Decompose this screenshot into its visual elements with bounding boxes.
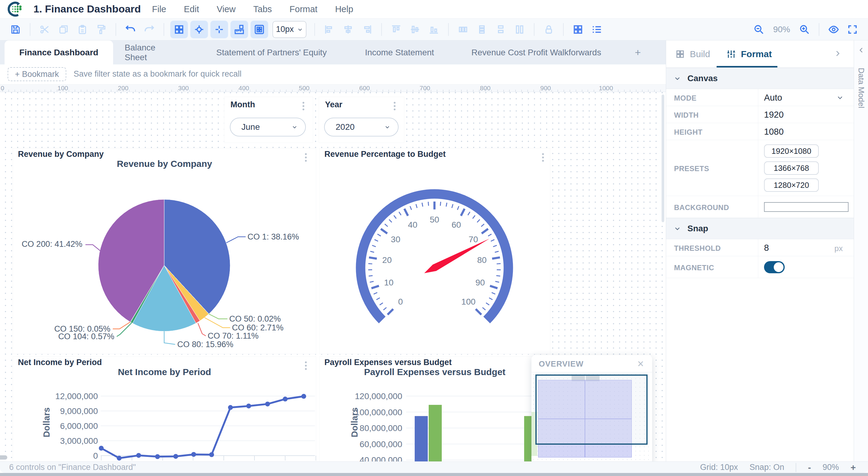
horizontal-scrollbar[interactable]: [0, 473, 868, 476]
lock-button[interactable]: [539, 20, 558, 39]
zoom-out-button[interactable]: [749, 20, 768, 39]
fullscreen-button[interactable]: [843, 20, 862, 39]
align-left-button[interactable]: [320, 20, 339, 39]
cut-button[interactable]: [35, 20, 54, 39]
undo-button[interactable]: [121, 20, 140, 39]
tab-balance-sheet[interactable]: Balance Sheet: [125, 40, 180, 64]
menu-view[interactable]: View: [217, 4, 236, 14]
ruler-tick: [612, 90, 612, 92]
snap-section-title: Snap: [687, 224, 708, 233]
status-snap: Snap: On: [749, 463, 784, 472]
tab-income-statement[interactable]: Income Statement: [365, 40, 434, 64]
tab-statement-of-partners-equity[interactable]: Statement of Partners' Equity: [214, 40, 329, 64]
ruler-tick: [75, 90, 75, 92]
ruler-tick: [449, 90, 450, 92]
tab-revenue-cost-profit-walkforwards[interactable]: Revenue Cost Profit Walkforwards: [471, 40, 602, 64]
mode-select[interactable]: Auto: [764, 93, 782, 103]
overview-minimap[interactable]: [531, 372, 652, 465]
year-filter-widget[interactable]: Year 2020: [319, 97, 404, 143]
payroll-expenses-versus-budget-widget[interactable]: Payroll Expenses versus Budget Payroll E…: [319, 356, 550, 476]
horizontal-scrollbar-stub[interactable]: [0, 455, 7, 459]
chevron-right-icon[interactable]: [834, 50, 842, 58]
align-right-button[interactable]: [358, 20, 376, 39]
align-middle-button[interactable]: [406, 20, 425, 39]
menu-tabs[interactable]: Tabs: [253, 4, 272, 14]
distribute-vertical-button[interactable]: [472, 20, 491, 39]
overview-panel[interactable]: OVERVIEW ×: [531, 355, 652, 465]
background-color-swatch[interactable]: [764, 202, 848, 212]
zoom-in-button[interactable]: [795, 20, 814, 39]
widget-menu-icon[interactable]: [394, 102, 396, 104]
toolbar-divider: [563, 23, 564, 36]
stretch-horizontal-button[interactable]: [510, 20, 529, 39]
line-chart-svg: 12,000,0009,000,0006,000,0003,000,0000: [13, 356, 316, 476]
menu-help[interactable]: Help: [335, 4, 353, 14]
tab-build[interactable]: Build: [675, 40, 710, 68]
net-income-by-period-widget[interactable]: Net Income by Period Net Income by Perio…: [13, 356, 316, 476]
menu-edit[interactable]: Edit: [184, 4, 199, 14]
grid-size-select[interactable]: 10px: [272, 21, 306, 38]
toolbar-divider: [163, 23, 164, 36]
add-tab-button[interactable]: +: [635, 40, 641, 64]
width-field[interactable]: 1920: [764, 110, 784, 120]
close-icon[interactable]: ×: [634, 357, 647, 370]
ruler-tick: [63, 88, 63, 92]
tab-format[interactable]: Format: [726, 40, 772, 68]
align-center-horizontal-button[interactable]: [339, 20, 358, 39]
show-grid-button[interactable]: [170, 21, 188, 38]
minimap-viewport[interactable]: [535, 375, 648, 445]
snap-to-grid-button[interactable]: [190, 21, 208, 38]
height-field[interactable]: 1080: [764, 127, 784, 137]
threshold-field[interactable]: 8: [764, 243, 769, 253]
preset-1280x720-button[interactable]: 1280×720: [764, 179, 819, 192]
add-bookmark-button[interactable]: + Bookmark: [8, 67, 66, 81]
ruler-tick: [377, 90, 377, 92]
data-model-tab[interactable]: Data Model: [857, 68, 866, 108]
status-zoom-out-button[interactable]: -: [808, 462, 811, 473]
preset-1920x1080-button[interactable]: 1920×1080: [764, 145, 819, 158]
preview-button[interactable]: [824, 20, 843, 39]
chevron-left-icon[interactable]: [858, 46, 865, 54]
magnetic-toggle[interactable]: [764, 261, 785, 273]
ruler-tick: [383, 90, 383, 92]
layout-grid-view-button[interactable]: [568, 20, 587, 39]
month-dropdown[interactable]: June: [230, 118, 306, 136]
chevron-down-icon[interactable]: [837, 94, 843, 101]
toolbar: 10px: [0, 18, 868, 40]
ruler-tick: [21, 90, 21, 92]
ruler-tick: [467, 90, 467, 92]
align-top-button[interactable]: [387, 20, 406, 39]
redo-button[interactable]: [140, 20, 159, 39]
show-rulers-button[interactable]: [230, 21, 248, 38]
preset-1366x768-button[interactable]: 1366×768: [764, 161, 819, 175]
month-filter-widget[interactable]: Month June: [224, 97, 313, 143]
tab-finance-dashboard[interactable]: Finance Dashboard: [5, 40, 113, 64]
snap-section-header[interactable]: Snap: [666, 218, 854, 239]
revenue-percentage-to-budget-widget[interactable]: Revenue Percentage to Budget 01020304050…: [319, 148, 550, 354]
canvas-section-header[interactable]: Canvas: [666, 68, 854, 89]
page-layout-button[interactable]: [250, 21, 268, 38]
ruler-tick: [473, 90, 473, 92]
copy-button[interactable]: [54, 20, 73, 39]
status-zoom-in-button[interactable]: +: [850, 462, 856, 473]
chevron-down-icon: [384, 124, 390, 130]
stretch-vertical-button[interactable]: [491, 20, 510, 39]
widget-menu-icon[interactable]: [303, 102, 304, 104]
menu-format[interactable]: Format: [289, 4, 317, 14]
ruler-tick: [14, 90, 15, 92]
paste-button[interactable]: [73, 20, 92, 39]
align-bottom-button[interactable]: [425, 20, 443, 39]
snap-to-objects-button[interactable]: [210, 21, 228, 38]
year-dropdown[interactable]: 2020: [324, 118, 399, 136]
year-dropdown-value: 2020: [336, 122, 354, 132]
revenue-by-company-widget[interactable]: Revenue by Company Revenue by Company CO…: [13, 148, 316, 354]
canvas-vertical-scrollbar[interactable]: [661, 95, 664, 222]
ruler-tick: [322, 90, 322, 92]
distribute-horizontal-button[interactable]: [454, 20, 472, 39]
save-button[interactable]: [6, 20, 25, 39]
format-painter-button[interactable]: [92, 20, 111, 39]
ruler-tick: [214, 90, 214, 92]
ruler-tick: [310, 90, 310, 92]
layers-list-button[interactable]: [587, 20, 606, 39]
menu-file[interactable]: File: [152, 4, 166, 14]
